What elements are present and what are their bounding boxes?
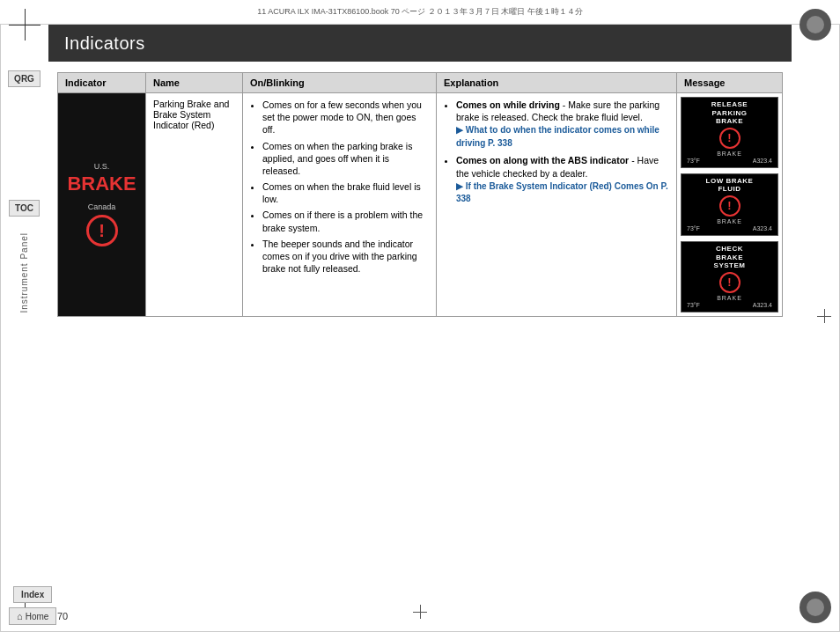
list-item: The beeper sounds and the indicator come… (262, 238, 429, 276)
main-content: Indicator Name On/Blinking Explanation M… (48, 62, 792, 597)
sidebar-label: Instrument Panel (19, 232, 29, 313)
explanation-link-1[interactable]: ▶ What to do when the indicator comes on… (456, 125, 659, 148)
home-icon: ⌂ (17, 611, 23, 621)
temp-value-1: 73°F (687, 158, 700, 164)
toc-button[interactable]: TOC (9, 200, 40, 217)
explanation-bold-1: Comes on while driving (456, 99, 560, 110)
brake-label-2: BRAKE (685, 218, 774, 224)
temp-value-3: 73°F (687, 302, 700, 308)
miles-value-2: A323.4 (753, 225, 772, 231)
indicator-cell: U.S. BRAKE Canada ! (58, 93, 146, 317)
brake-icon-small-3: ! (719, 272, 741, 293)
message-display-2: LOW BRAKE FLUID ! BRAKE 73°F A323.4 (681, 173, 778, 236)
bottom-nav-buttons: Index ⌂ Home (9, 586, 56, 625)
corner-decoration-tr (798, 7, 833, 42)
message-display-1: RELEASE PARKING BRAKE ! BRAKE 73°F A323.… (681, 97, 778, 168)
temp-value-2: 73°F (687, 225, 700, 231)
list-item: Comes on when the brake fluid level is l… (262, 180, 429, 205)
list-item: Comes on for a few seconds when you set … (262, 99, 429, 136)
explanation-item-2: Comes on along with the ABS indicator - … (456, 154, 669, 204)
col-header-name: Name (146, 73, 243, 93)
qrg-button[interactable]: QRG (8, 70, 41, 87)
on-blinking-list: Comes on for a few seconds when you set … (250, 99, 429, 275)
col-header-explanation: Explanation (437, 73, 677, 93)
left-sidebar: QRG TOC Instrument Panel (0, 62, 48, 597)
col-header-message: Message (677, 73, 783, 93)
col-header-indicator: Indicator (58, 73, 146, 93)
message-title-1: RELEASE PARKING BRAKE (685, 100, 774, 126)
on-blinking-cell: Comes on for a few seconds when you set … (243, 93, 437, 317)
brake-label-3: BRAKE (685, 295, 774, 301)
file-info-bar: 11 ACURA ILX IMA-31TX86100.book 70 ページ ２… (0, 0, 840, 25)
explanation-cell: Comes on while driving - Make sure the p… (437, 93, 677, 317)
message-title-3: CHECK BRAKE SYSTEM (685, 245, 774, 270)
exclaim-small-1: ! (727, 131, 731, 144)
indicator-name: Parking Brake and Brake System Indicator… (153, 99, 229, 130)
indicators-table: Indicator Name On/Blinking Explanation M… (57, 72, 783, 317)
col-header-on-blinking: On/Blinking (243, 73, 437, 93)
warning-icon-circle: ! (86, 215, 118, 246)
name-cell: Parking Brake and Brake System Indicator… (146, 93, 243, 317)
brake-label-1: BRAKE (685, 151, 774, 157)
exclaim-small-2: ! (727, 199, 731, 212)
page-title: Indicators (64, 33, 145, 54)
corner-decoration-br (798, 590, 833, 625)
brake-icon-small-1: ! (719, 128, 741, 149)
explanation-list: Comes on while driving - Make sure the p… (444, 99, 669, 205)
page-number: 70 (57, 611, 68, 621)
message-cell: RELEASE PARKING BRAKE ! BRAKE 73°F A323.… (677, 93, 783, 317)
title-bar: Indicators (48, 25, 792, 62)
temp-display-3: 73°F A323.4 (685, 302, 774, 308)
temp-display-1: 73°F A323.4 (685, 158, 774, 164)
message-display-3: CHECK BRAKE SYSTEM ! BRAKE 73°F A323.4 (681, 241, 778, 312)
index-button[interactable]: Index (13, 586, 52, 603)
list-item: Comes on when the parking brake is appli… (262, 140, 429, 178)
canada-label: Canada (65, 202, 138, 211)
brake-text-us: BRAKE (65, 174, 138, 194)
list-item: Comes on if there is a problem with the … (262, 209, 429, 233)
home-label: Home (26, 612, 49, 621)
temp-display-2: 73°F A323.4 (685, 225, 774, 231)
exclamation-icon: ! (99, 222, 105, 239)
message-title-2: LOW BRAKE FLUID (685, 177, 774, 194)
exclaim-small-3: ! (727, 276, 731, 289)
right-center-mark (817, 309, 831, 323)
explanation-bold-2: Comes on along with the ABS indicator (456, 155, 629, 165)
miles-value-3: A323.4 (753, 302, 772, 308)
brake-icon-small-2: ! (719, 195, 741, 217)
center-bottom-mark (413, 605, 427, 619)
corner-decoration-tl (7, 7, 42, 42)
explanation-item-1: Comes on while driving - Make sure the p… (456, 99, 669, 149)
us-label: U.S. (65, 162, 138, 171)
home-button[interactable]: ⌂ Home (9, 607, 56, 625)
explanation-link-2[interactable]: ▶ If the Brake System Indicator (Red) Co… (456, 181, 668, 204)
table-row: U.S. BRAKE Canada ! Parking Brake and Br… (58, 93, 783, 317)
miles-value-1: A323.4 (753, 158, 772, 164)
file-info-text: 11 ACURA ILX IMA-31TX86100.book 70 ページ ２… (257, 6, 583, 18)
